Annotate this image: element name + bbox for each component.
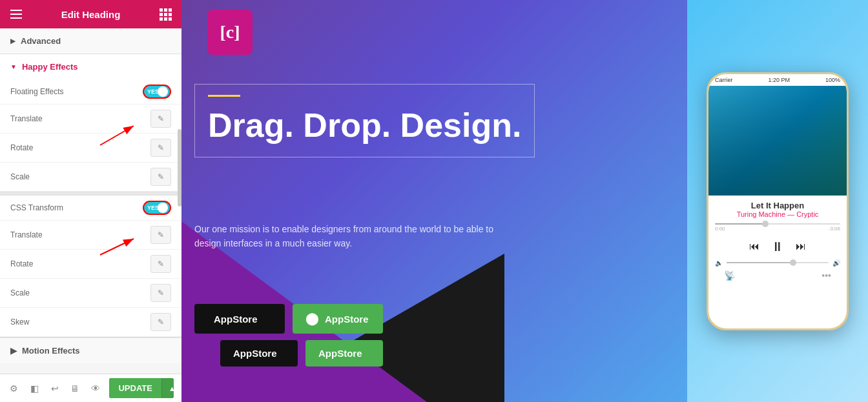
happy-effects-header[interactable]: ▼ Happy Effects [0, 54, 181, 79]
android-icon: ⬤ [305, 312, 318, 326]
css-transform-label: CSS Transform [10, 203, 143, 212]
song-artist: Turing Machine — Cryptic [716, 210, 839, 218]
pause-button[interactable]: ⏸ [771, 239, 784, 254]
iphone-bottom-icons: 📡 ••• [708, 266, 847, 285]
progress-times: 0:00 -3:06 [715, 226, 840, 232]
yellow-line [208, 95, 240, 97]
scale-edit-btn-1[interactable]: ✎ [150, 168, 171, 186]
floating-effects-label: Floating Effects [10, 87, 143, 96]
css-toggle-yes-label: YES [147, 205, 159, 211]
translate-row-2: Translate ✎ [0, 221, 181, 250]
eye-icon[interactable]: 👁 [89, 381, 101, 396]
translate-label-2: Translate [10, 230, 150, 239]
volume-control: 🔈 🔊 [708, 259, 847, 266]
advanced-header[interactable]: ▶ Advanced [0, 28, 181, 54]
scale-edit-btn-2[interactable]: ✎ [150, 284, 171, 302]
scale-label-1: Scale [10, 172, 150, 181]
translate-edit-btn-1[interactable]: ✎ [150, 110, 171, 128]
vol-low-icon: 🔈 [715, 259, 723, 266]
hamburger-icon[interactable] [10, 10, 22, 19]
css-transform-toggle[interactable]: YES [143, 201, 171, 215]
heading-outline-box: Drag. Drop. Design. [194, 84, 535, 157]
skew-row: Skew ✎ [0, 308, 181, 337]
appstore-btn-3[interactable]: AppStore [220, 340, 298, 367]
skew-edit-btn[interactable]: ✎ [150, 313, 171, 331]
iphone-status-bar: Carrier 1:20 PM 100% [708, 74, 847, 86]
volume-bar[interactable] [727, 262, 829, 263]
vol-high-icon: 🔊 [832, 259, 840, 266]
app-buttons-row1: AppStore ⬤ AppStore [194, 304, 383, 334]
rotate-label-1: Rotate [10, 143, 150, 152]
time-start: 0:00 [715, 226, 725, 232]
floating-effects-row: Floating Effects YES [0, 79, 181, 105]
iphone-mockup: Carrier 1:20 PM 100% Let It Happen Turin… [707, 72, 849, 330]
bottom-toolbar: ⚙ ◧ ↩ 🖥 👁 UPDATE ▲ [0, 374, 181, 402]
time-text: 1:20 PM [768, 77, 790, 83]
update-button[interactable]: UPDATE [109, 378, 161, 398]
app-buttons-container: AppStore ⬤ AppStore AppStore AppStore [194, 304, 383, 367]
scale-row-2: Scale ✎ [0, 279, 181, 308]
time-end: -3:06 [829, 226, 840, 232]
happy-effects-arrow: ▼ [10, 63, 17, 70]
progress-fill [715, 223, 765, 225]
appstore-btn-1[interactable]: AppStore [194, 304, 285, 334]
rotate-row-2: Rotate ✎ [0, 250, 181, 279]
sidebar-title: Edit Heading [61, 9, 121, 20]
rotate-edit-btn-1[interactable]: ✎ [150, 139, 171, 157]
layers-icon[interactable]: ◧ [28, 381, 40, 396]
floating-effects-toggle-wrap: YES [143, 85, 171, 99]
background-area: [c] Drag. Drop. Design. Our one mission … [181, 0, 868, 402]
appstore-btn-4[interactable]: AppStore [305, 340, 383, 367]
appstore-label-2: AppStore [325, 314, 369, 325]
music-info: Let It Happen Turing Machine — Cryptic [708, 196, 847, 221]
toggle-yes-label: YES [147, 88, 159, 95]
volume-dot [790, 259, 796, 266]
rotate-edit-btn-2[interactable]: ✎ [150, 255, 171, 273]
scale-row-1: Scale ✎ [0, 163, 181, 192]
floating-effects-toggle[interactable]: YES [143, 85, 171, 99]
translate-label-1: Translate [10, 114, 150, 123]
appstore-label-3: AppStore [233, 348, 277, 359]
appstore-btn-2[interactable]: ⬤ AppStore [293, 304, 383, 334]
motion-effects-arrow: ▶ [10, 346, 17, 356]
progress-dot [762, 221, 769, 227]
battery-text: 100% [825, 77, 840, 83]
album-overlay [708, 86, 847, 196]
advanced-section: ▶ Advanced [0, 28, 181, 54]
main-content: [c] Drag. Drop. Design. Our one mission … [181, 0, 868, 402]
advanced-label: Advanced [21, 36, 61, 46]
sidebar: Edit Heading ▶ Advanced ▼ Happy Effects … [0, 0, 181, 402]
album-art [708, 86, 847, 196]
rewind-button[interactable]: ⏮ [749, 241, 760, 252]
rotate-row-1: Rotate ✎ [0, 134, 181, 163]
settings-icon[interactable]: ⚙ [8, 381, 20, 396]
progress-bar-container: 0:00 -3:06 [708, 221, 847, 234]
undo-icon[interactable]: ↩ [48, 381, 61, 396]
iphone-area: Carrier 1:20 PM 100% Let It Happen Turin… [687, 0, 868, 402]
fast-forward-button[interactable]: ⏭ [796, 241, 806, 252]
sidebar-header: Edit Heading [0, 0, 181, 28]
appstore-label-1: AppStore [214, 314, 258, 325]
css-transform-toggle-wrap: YES [143, 201, 171, 215]
translate-row-1: Translate ✎ [0, 105, 181, 134]
skew-label: Skew [10, 317, 150, 327]
update-group: UPDATE ▲ [109, 378, 174, 398]
appstore-label-4: AppStore [318, 348, 362, 359]
scale-label-2: Scale [10, 288, 150, 297]
scroll-handle[interactable] [178, 129, 181, 206]
grid-icon[interactable] [160, 8, 171, 21]
motion-effects-section[interactable]: ▶ Motion Effects [0, 337, 181, 363]
happy-effects-section: ▼ Happy Effects Floating Effects YES Tra… [0, 54, 181, 337]
css-transform-row: CSS Transform YES [0, 196, 181, 221]
music-controls: ⏮ ⏸ ⏭ [708, 234, 847, 259]
carrier-text: Carrier [715, 77, 733, 83]
volume-fill [727, 262, 793, 263]
progress-bar[interactable] [715, 223, 840, 225]
motion-effects-label: Motion Effects [22, 346, 80, 356]
update-dropdown-button[interactable]: ▲ [161, 378, 174, 398]
desktop-icon[interactable]: 🖥 [68, 381, 81, 396]
translate-edit-btn-2[interactable]: ✎ [150, 226, 171, 244]
main-heading: Drag. Drop. Design. [208, 107, 521, 144]
more-icon[interactable]: ••• [822, 270, 831, 281]
logo-symbol: [c] [220, 22, 240, 43]
